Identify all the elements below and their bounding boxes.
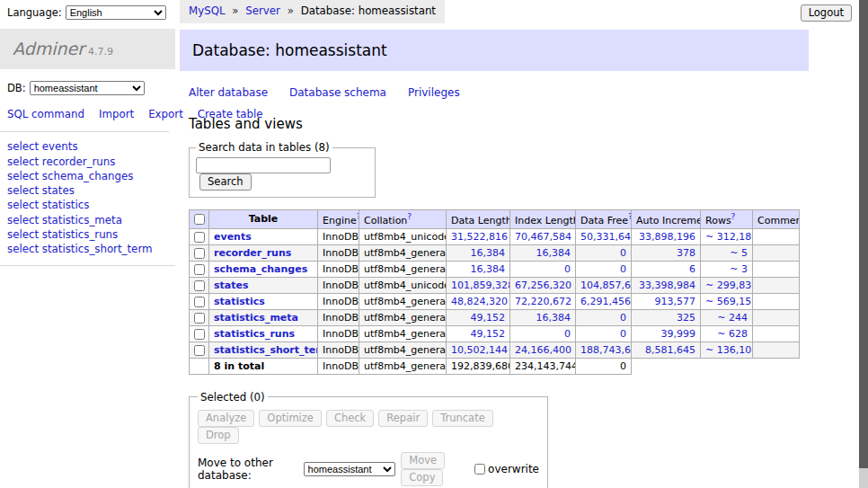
analyze-button[interactable]: Analyze [198,410,254,427]
sidebar-link-import[interactable]: Import [99,108,134,120]
main-content: MySQL » Server » Database: homeassistant… [180,0,854,488]
optimize-button[interactable]: Optimize [259,410,322,427]
row-checkbox-cell [190,261,209,277]
cell-data-length-link[interactable]: 16,384 [471,247,506,259]
repair-button[interactable]: Repair [378,410,428,427]
row-checkbox[interactable] [194,248,205,259]
sidebar-select-schema-changes[interactable]: select schema_changes [7,169,168,183]
row-checkbox[interactable] [194,264,205,275]
help-link[interactable]: ? [628,212,631,221]
nav-link-database-schema[interactable]: Database schema [289,86,386,99]
cell-index-length-link[interactable]: 67,256,320 [515,279,571,291]
cell-index-length-link[interactable]: 24,166,400 [515,344,571,356]
cell-data-free-link[interactable]: 104,857,600 [580,279,632,291]
nav-link-privileges[interactable]: Privileges [408,86,460,99]
cell-data-free-link[interactable]: 0 [620,263,626,275]
cell-rows-link[interactable]: ~ 136,108 [705,344,753,356]
cell-data-free: 50,331,648 [576,228,632,244]
row-checkbox[interactable] [194,313,205,324]
app-version[interactable]: 4.7.9 [88,46,113,58]
cell-auto-increment-link[interactable]: 378 [677,247,695,259]
sidebar-select-statistics-runs[interactable]: select statistics_runs [7,227,168,242]
cell-data-free-link[interactable]: 0 [620,312,626,324]
cell-auto-increment-link[interactable]: 39,999 [661,328,696,340]
row-checkbox[interactable] [194,297,205,307]
check-button[interactable]: Check [326,410,374,427]
search-input[interactable] [196,157,331,173]
select-all-checkbox[interactable] [194,214,205,225]
sidebar-link-export[interactable]: Export [148,108,183,120]
overwrite-checkbox[interactable] [474,464,485,475]
cell-data-free: 6,291,456 [576,293,632,309]
db-select[interactable]: homeassistant [30,81,145,95]
cell-auto-increment-link[interactable]: 33,898,196 [639,231,695,243]
cell-rows-link[interactable]: ~ 5 [730,247,748,259]
cell-rows-link[interactable]: ~ 3 [730,263,748,275]
scrollbar[interactable] [859,0,868,488]
sidebar-select-states[interactable]: select states [7,183,168,198]
cell-index-length-link[interactable]: 0 [564,328,571,340]
help-link[interactable]: ? [731,212,736,221]
cell-data-length-link[interactable]: 16,384 [471,263,506,275]
truncate-button[interactable]: Truncate [432,410,493,427]
cell-index-length-link[interactable]: 16,384 [536,312,571,324]
table-link[interactable]: statistics_meta [214,312,298,324]
cell-data-free-link[interactable]: 50,331,648 [580,231,632,243]
sidebar-select-statistics-short-term[interactable]: select statistics_short_term [7,242,168,256]
table-link[interactable]: recorder_runs [214,247,291,259]
breadcrumb-server-link[interactable]: Server [245,4,280,17]
language-select[interactable]: English [66,5,166,20]
table-link[interactable]: statistics_runs [214,328,295,340]
table-link[interactable]: statistics_short_term [214,344,318,356]
cell-rows-link[interactable]: ~ 299,833 [705,279,753,291]
cell-data-length-link[interactable]: 49,152 [471,312,506,324]
cell-auto-increment-link[interactable]: 325 [677,312,695,324]
search-button[interactable]: Search [199,173,252,191]
cell-data-length-link[interactable]: 10,502,144 [451,344,508,356]
row-checkbox[interactable] [194,345,205,356]
table-link[interactable]: states [214,279,249,291]
logout-button[interactable]: Logout [801,4,852,22]
cell-index-length-link[interactable]: 0 [564,263,571,275]
cell-rows-link[interactable]: ~ 628 [717,328,748,340]
help-link[interactable]: ? [407,212,412,221]
cell-data-length-link[interactable]: 101,859,328 [451,279,510,291]
table-link[interactable]: events [214,231,252,243]
table-link[interactable]: statistics [214,296,265,307]
cell-data-free-link[interactable]: 0 [620,328,626,340]
cell-data-free-link[interactable]: 188,743,680 [580,344,632,356]
cell-data-length-link[interactable]: 31,522,816 [451,231,508,243]
sidebar-select-statistics-meta[interactable]: select statistics_meta [7,213,168,227]
cell-data-length: 16,384 [447,244,510,261]
nav-link-alter-database[interactable]: Alter database [189,86,268,99]
move-database-select[interactable]: homeassistant [304,462,396,476]
breadcrumb-mysql-link[interactable]: MySQL [189,4,226,17]
table-link[interactable]: schema_changes [214,263,307,275]
copy-button[interactable]: Copy [401,469,443,486]
cell-data-free-link[interactable]: 6,291,456 [580,296,631,307]
cell-auto-increment-link[interactable]: 913,577 [655,296,696,307]
sidebar-select-events[interactable]: select events [7,139,168,154]
sidebar-select-statistics[interactable]: select statistics [7,198,168,212]
cell-index-length-link[interactable]: 16,384 [536,247,571,259]
cell-rows-link[interactable]: ~ 244 [717,312,748,324]
move-button[interactable]: Move [401,452,445,469]
cell-data-free-link[interactable]: 0 [620,247,626,259]
row-checkbox[interactable] [194,280,205,291]
row-checkbox[interactable] [194,329,205,340]
row-checkbox[interactable] [194,232,205,243]
sidebar-link-sql-command[interactable]: SQL command [7,108,84,120]
sidebar-select-recorder-runs[interactable]: select recorder_runs [7,155,168,169]
cell-data-length-link[interactable]: 48,824,320 [451,296,508,307]
cell-rows-link[interactable]: ~ 569,159 [705,296,753,307]
scrollbar-thumb[interactable] [859,0,868,468]
cell-auto-increment-link[interactable]: 8,581,645 [645,344,695,356]
cell-auto-increment-link[interactable]: 33,398,984 [639,279,695,291]
cell-index-length-link[interactable]: 70,467,584 [515,231,571,243]
column-header-index-length: Index Length? [510,210,576,229]
drop-button[interactable]: Drop [198,427,239,444]
cell-index-length-link[interactable]: 72,220,672 [515,296,571,307]
cell-auto-increment-link[interactable]: 6 [689,263,695,275]
cell-rows-link[interactable]: ~ 312,180 [705,231,753,243]
cell-data-length-link[interactable]: 49,152 [471,328,506,340]
